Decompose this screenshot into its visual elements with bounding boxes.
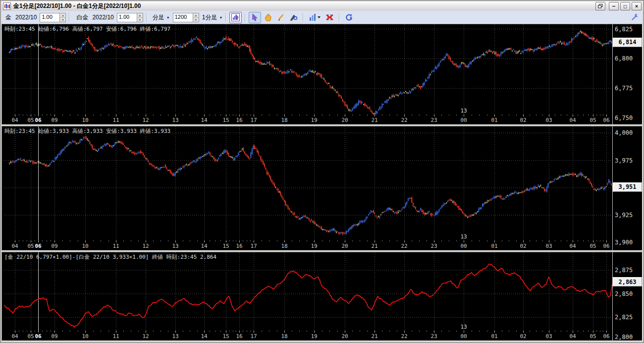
candle-body xyxy=(276,189,277,190)
candle-body xyxy=(196,160,197,162)
candle-body xyxy=(247,155,248,157)
candle-body xyxy=(606,186,607,187)
candle-body xyxy=(589,178,590,181)
period-type-label: 分足 xyxy=(153,13,164,22)
candle-body xyxy=(358,224,359,225)
period-type-dropdown[interactable]: 分足 ▼ xyxy=(153,13,170,22)
candle-body xyxy=(143,48,144,49)
close-button[interactable]: × xyxy=(632,2,642,10)
candle-body xyxy=(229,156,230,157)
hour-label: 12 xyxy=(142,243,149,249)
candle-body xyxy=(106,46,107,47)
select-cursor-button[interactable] xyxy=(249,12,261,23)
hour-label: 21 xyxy=(371,333,377,340)
candle-body xyxy=(566,43,567,45)
candle-body xyxy=(496,52,497,55)
crosshair-chart-button[interactable] xyxy=(229,12,242,23)
candle-body xyxy=(140,151,141,153)
candle-body xyxy=(536,49,537,50)
chart-type-button[interactable] xyxy=(307,12,323,23)
hour-label: 12 xyxy=(142,333,149,340)
candle-body xyxy=(83,137,84,138)
candle-body xyxy=(332,87,333,88)
bar-count-value[interactable]: 1200 xyxy=(173,13,193,22)
candle-body xyxy=(373,210,374,213)
candle-body xyxy=(236,44,237,45)
candle-body xyxy=(26,161,27,163)
candle-body xyxy=(271,180,272,182)
platinum-multiplier-value[interactable]: 1.00 xyxy=(117,13,137,22)
candle-body xyxy=(63,51,64,52)
hour-tick xyxy=(345,240,345,242)
refresh-icon: R xyxy=(345,13,353,21)
candle-body xyxy=(298,75,299,77)
candle-body xyxy=(405,203,406,207)
platinum-multiplier-spinner[interactable]: 1.00 ▲▼ xyxy=(117,13,143,22)
candle-body xyxy=(420,86,421,89)
spinner-down-icon[interactable]: ▼ xyxy=(60,18,65,22)
candle-body xyxy=(229,40,230,40)
minor-tick xyxy=(247,331,247,332)
candle-body xyxy=(43,164,44,165)
hour-label: 06 xyxy=(35,117,41,123)
annotate-pen-button[interactable] xyxy=(287,12,300,23)
candle-body xyxy=(202,45,203,46)
gold-candlestick-plot[interactable] xyxy=(4,24,613,114)
platinum-candlestick-plot[interactable] xyxy=(4,126,613,240)
candle-body xyxy=(427,214,428,214)
price-tick-label: 3,975 xyxy=(615,157,633,164)
candle-body xyxy=(417,210,418,211)
spinner-down-icon[interactable]: ▼ xyxy=(193,18,199,22)
pan-hand-button[interactable] xyxy=(262,12,274,23)
hour-label: 11 xyxy=(112,117,119,123)
candle-body xyxy=(266,64,267,64)
minor-tick xyxy=(487,114,487,115)
candle-body xyxy=(130,48,131,48)
candle-body xyxy=(192,162,193,163)
candle-body xyxy=(541,187,542,188)
bar-count-spinner[interactable]: 1200 ▲▼ xyxy=(173,13,199,22)
candle-body xyxy=(159,169,160,170)
candle-body xyxy=(275,68,276,69)
candle-body xyxy=(206,46,207,48)
minor-tick xyxy=(197,240,198,241)
spinner-up-icon[interactable]: ▲ xyxy=(60,13,65,18)
hour-label: 04 xyxy=(569,117,576,123)
candle-body xyxy=(361,101,362,104)
candle-body xyxy=(333,229,334,230)
interval-dropdown[interactable]: 1分足 ▼ xyxy=(202,13,223,22)
candle-body xyxy=(263,64,264,65)
spread-line-plot[interactable] xyxy=(4,252,613,331)
hour-tick xyxy=(15,240,15,242)
float-window-button[interactable] xyxy=(595,2,605,10)
candle-body xyxy=(356,104,357,107)
hour-label: 22 xyxy=(401,333,407,340)
hour-tick xyxy=(404,114,405,116)
hour-tick xyxy=(31,240,31,242)
settings-button[interactable] xyxy=(631,13,639,22)
maximize-button[interactable]: □ xyxy=(620,2,630,10)
gold-multiplier-value[interactable]: 1.00 xyxy=(40,13,59,22)
remove-chart-button[interactable] xyxy=(323,12,336,23)
candle-body xyxy=(521,53,522,54)
candle-body xyxy=(418,84,419,87)
candle-body xyxy=(489,199,490,200)
gold-price-axis: 6,814 6,8256,8006,7756,750 xyxy=(612,24,642,124)
draw-pencil-button[interactable] xyxy=(274,12,287,23)
minor-tick xyxy=(190,240,190,241)
hour-label: 03 xyxy=(545,333,552,340)
candle-body xyxy=(194,161,195,162)
candle-body xyxy=(442,205,443,207)
minimize-button[interactable]: – xyxy=(609,2,619,10)
spinner-up-icon[interactable]: ▲ xyxy=(137,13,143,18)
candle-body xyxy=(564,176,565,176)
minor-tick xyxy=(250,240,251,241)
gold-multiplier-spinner[interactable]: 1.00 ▲▼ xyxy=(40,13,66,22)
spinner-up-icon[interactable]: ▲ xyxy=(193,13,199,18)
spinner-down-icon[interactable]: ▼ xyxy=(137,18,143,22)
refresh-button[interactable]: R xyxy=(343,12,355,23)
candle-body xyxy=(377,218,378,218)
candle-body xyxy=(71,142,72,143)
candle-body xyxy=(397,212,398,214)
candle-body xyxy=(372,212,373,212)
